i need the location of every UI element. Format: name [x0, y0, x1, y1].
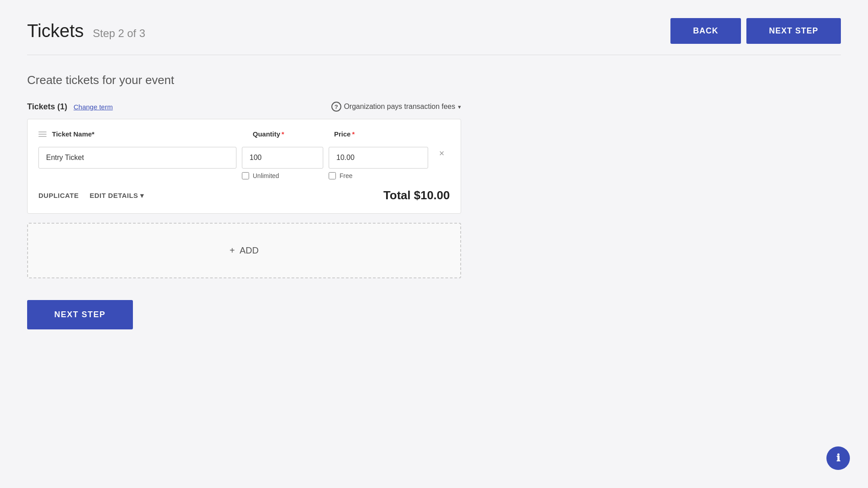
page-header: Tickets Step 2 of 3 BACK NEXT STEP: [27, 18, 841, 55]
quantity-col: Unlimited: [242, 147, 323, 179]
page-title: Tickets: [27, 21, 84, 41]
add-plus-icon: +: [230, 245, 235, 255]
drag-handle[interactable]: [38, 131, 47, 137]
fee-info[interactable]: ? Organization pays transaction fees ▾: [331, 102, 461, 112]
ticket-card: Ticket Name* Quantity* Price*: [27, 119, 461, 214]
add-ticket-button[interactable]: + ADD: [230, 245, 259, 256]
free-checkbox-row: Free: [329, 172, 428, 179]
help-icon: ?: [331, 102, 341, 112]
col-quantity-label: Quantity*: [253, 130, 334, 138]
free-checkbox[interactable]: [329, 172, 336, 179]
name-required-star: *: [92, 130, 94, 138]
col-price-label: Price*: [334, 130, 434, 138]
qty-required-star: *: [282, 130, 284, 138]
section-title: Create tickets for your event: [27, 73, 461, 87]
back-button[interactable]: BACK: [670, 18, 741, 44]
unlimited-checkbox[interactable]: [242, 172, 249, 179]
price-input[interactable]: [329, 147, 428, 169]
ticket-card-footer: DUPLICATE EDIT DETAILS ▾ Total $10.00: [38, 188, 450, 202]
col-ticket-name-label: Ticket Name*: [52, 130, 94, 138]
remove-ticket-button[interactable]: ×: [434, 147, 450, 160]
header-left: Tickets Step 2 of 3: [27, 21, 145, 41]
fee-info-label: Organization pays transaction fees: [344, 103, 455, 111]
change-term-link[interactable]: Change term: [74, 103, 113, 111]
quantity-input[interactable]: [242, 147, 323, 169]
price-required-star: *: [352, 130, 355, 138]
unlimited-label[interactable]: Unlimited: [253, 172, 279, 179]
name-col-header: Ticket Name*: [38, 130, 253, 138]
step-indicator: Step 2 of 3: [93, 27, 145, 40]
info-button[interactable]: ℹ: [826, 446, 850, 470]
ticket-total: Total $10.00: [383, 188, 450, 202]
fee-dropdown-arrow: ▾: [458, 103, 461, 110]
add-ticket-container[interactable]: + ADD: [27, 223, 461, 278]
unlimited-checkbox-row: Unlimited: [242, 172, 323, 179]
header-right: BACK NEXT STEP: [670, 18, 841, 44]
ticket-name-input[interactable]: [38, 147, 236, 169]
next-step-button-bottom[interactable]: NEXT STEP: [27, 300, 133, 329]
free-label[interactable]: Free: [340, 172, 353, 179]
ticket-card-header: Ticket Name* Quantity* Price*: [38, 130, 450, 138]
edit-details-button[interactable]: EDIT DETAILS ▾: [90, 192, 144, 200]
price-col: Free: [329, 147, 428, 179]
tickets-count-label: Tickets (1): [27, 102, 67, 112]
tickets-header-row: Tickets (1) Change term ? Organization p…: [27, 102, 461, 112]
ticket-fields-row: Unlimited Free ×: [38, 147, 450, 179]
footer-actions: DUPLICATE EDIT DETAILS ▾: [38, 192, 144, 200]
tickets-label-group: Tickets (1) Change term: [27, 102, 113, 112]
next-step-button-top[interactable]: NEXT STEP: [746, 18, 841, 44]
main-content: Create tickets for your event Tickets (1…: [27, 73, 461, 329]
duplicate-button[interactable]: DUPLICATE: [38, 192, 79, 200]
